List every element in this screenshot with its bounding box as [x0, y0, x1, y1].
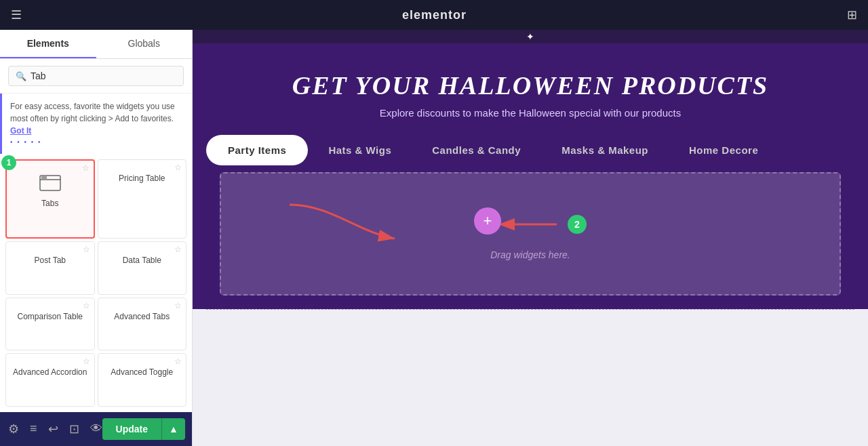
- history-icon[interactable]: ↩: [48, 422, 58, 437]
- toolbar-icons-group: ⚙ ≡ ↩ ⊡ 👁: [8, 422, 102, 437]
- fav-post-tab-icon[interactable]: ☆: [83, 245, 90, 254]
- widget-tabs[interactable]: 1 ☆ Tabs: [5, 159, 95, 239]
- post-tab-label: Post Tab: [35, 256, 66, 265]
- add-widget-button[interactable]: +: [474, 207, 501, 235]
- sidebar-tab-bar: Elements Globals: [0, 30, 192, 59]
- widgets-grid: 1 ☆ Tabs ☆: [0, 154, 192, 412]
- tab-home-decore[interactable]: Home Decore: [669, 135, 778, 165]
- got-it-link[interactable]: Got It: [10, 126, 31, 136]
- pricing-label: Pricing Table: [119, 174, 165, 183]
- widget-advanced-toggle[interactable]: ☆ Advanced Toggle: [98, 353, 187, 407]
- widget-post-tab[interactable]: ☆ Post Tab: [5, 241, 95, 295]
- search-box: 🔍: [8, 66, 184, 86]
- drag-hint-text: Drag widgets here.: [490, 249, 570, 260]
- canvas-area: ✦ Get Your halloween Products Explore di…: [193, 30, 868, 446]
- fav-comparison-icon[interactable]: ☆: [83, 301, 90, 310]
- layers-icon[interactable]: ≡: [30, 422, 37, 437]
- advanced-tabs-label: Advanced Tabs: [114, 312, 170, 321]
- fav-data-table-icon[interactable]: ☆: [174, 245, 182, 254]
- app-logo: elementor: [402, 8, 467, 22]
- search-icon: 🔍: [16, 71, 26, 81]
- search-input[interactable]: [31, 70, 176, 81]
- top-bar: ☰ elementor ⊞: [0, 0, 868, 30]
- halloween-subtitle: Explore discounts to make the Halloween …: [380, 107, 681, 119]
- tab-masks-makeup[interactable]: Masks & Makeup: [541, 135, 669, 165]
- fav-pricing-icon[interactable]: ☆: [174, 163, 182, 172]
- info-banner: For easy access, favorite the widgets yo…: [0, 94, 192, 154]
- settings-icon[interactable]: ⚙: [8, 422, 19, 437]
- advanced-accordion-label: Advanced Accordion: [13, 367, 87, 377]
- dotted-decoration: • • • • •: [10, 137, 184, 147]
- arrow-annotation-2: 2: [509, 215, 587, 234]
- advanced-toggle-label: Advanced Toggle: [111, 367, 173, 377]
- star-icon: ✦: [526, 31, 534, 42]
- svg-rect-2: [41, 176, 47, 180]
- widget-comparison-table[interactable]: ☆ Comparison Table: [5, 298, 95, 351]
- update-chevron-button[interactable]: ▲: [161, 418, 185, 440]
- arrow-2-svg: [509, 216, 564, 232]
- tab-party-items[interactable]: Party Items: [206, 135, 308, 165]
- badge-1: 1: [1, 155, 16, 170]
- tab-candles-candy[interactable]: Candles & Candy: [412, 135, 541, 165]
- hamburger-icon[interactable]: ☰: [11, 7, 22, 22]
- plus-icon: +: [484, 212, 492, 230]
- main-layout: Elements Globals 🔍 For easy access, favo…: [0, 30, 868, 446]
- tabs-label: Tabs: [41, 199, 58, 208]
- canvas-lower: [193, 309, 868, 446]
- update-btn-group: Update ▲: [102, 418, 185, 440]
- sidebar: Elements Globals 🔍 For easy access, favo…: [0, 30, 193, 446]
- drop-zone[interactable]: + 2: [220, 172, 841, 296]
- fav-advanced-accordion-icon[interactable]: ☆: [83, 357, 90, 366]
- grid-icon[interactable]: ⊞: [847, 7, 857, 22]
- bottom-toolbar: ⚙ ≡ ↩ ⊡ 👁 Update ▲: [0, 412, 192, 446]
- tab-globals[interactable]: Globals: [96, 30, 193, 58]
- update-button[interactable]: Update: [102, 418, 161, 440]
- widget-data-table[interactable]: ☆ Data Table: [98, 241, 187, 295]
- fav-advanced-tabs-icon[interactable]: ☆: [174, 301, 182, 310]
- preview-icon[interactable]: 👁: [90, 422, 102, 437]
- fav-advanced-toggle-icon[interactable]: ☆: [174, 357, 182, 366]
- widget-pricing[interactable]: ☆ Pricing Table: [98, 159, 187, 239]
- fav-tabs-icon[interactable]: ☆: [82, 163, 90, 173]
- tabs-icon: [38, 170, 62, 195]
- responsive-icon[interactable]: ⊡: [69, 422, 79, 437]
- canvas-divider: [206, 309, 854, 310]
- tab-elements[interactable]: Elements: [0, 30, 96, 58]
- data-table-label: Data Table: [123, 256, 161, 265]
- widget-advanced-accordion[interactable]: ☆ Advanced Accordion: [5, 353, 95, 407]
- info-text: For easy access, favorite the widgets yo…: [10, 102, 175, 123]
- badge-2: 2: [568, 215, 587, 234]
- halloween-title: Get Your halloween Products: [292, 70, 769, 100]
- tab-hats-wigs[interactable]: Hats & Wigs: [308, 135, 412, 165]
- halloween-section: Get Your halloween Products Explore disc…: [193, 43, 868, 165]
- canvas-top-strip: ✦: [193, 30, 868, 43]
- tab-bar: Party Items Hats & Wigs Candles & Candy …: [206, 135, 854, 165]
- search-area: 🔍: [0, 59, 192, 94]
- comparison-table-label: Comparison Table: [18, 312, 83, 321]
- widget-advanced-tabs[interactable]: ☆ Advanced Tabs: [98, 298, 187, 351]
